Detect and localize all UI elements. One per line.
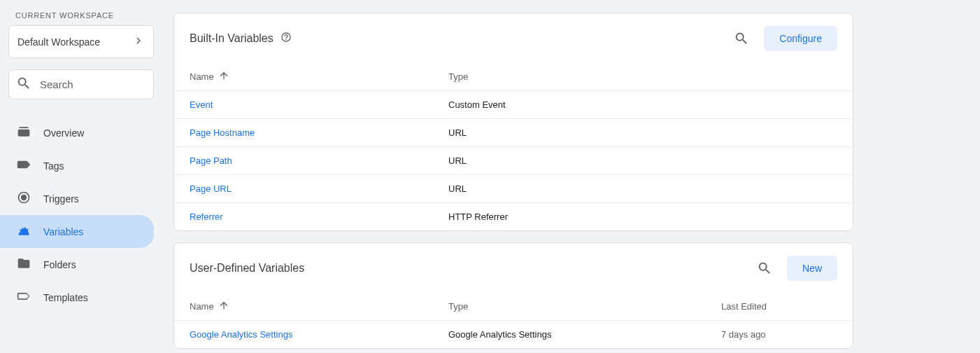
variable-name-link[interactable]: Page Hostname (190, 127, 255, 138)
table-row[interactable]: Page PathURL (174, 146, 853, 174)
variable-last-edited: 7 days ago (721, 329, 837, 340)
sidebar-item-label: Tags (43, 160, 64, 172)
variable-name-link[interactable]: Referrer (190, 212, 223, 222)
user-search-button[interactable] (751, 254, 779, 282)
builtin-col-name[interactable]: Name (190, 70, 448, 83)
variable-type: HTTP Referrer (448, 212, 721, 222)
sidebar-item-label: Variables (43, 226, 83, 237)
sidebar-item-label: Overview (43, 127, 84, 139)
variable-type: URL (448, 184, 721, 194)
sidebar-item-variables[interactable]: Variables (0, 215, 154, 248)
variable-name-link[interactable]: Page URL (190, 184, 232, 194)
user-table-head: Name Type Last Edited (174, 292, 853, 320)
sidebar-item-label: Templates (43, 292, 88, 303)
variable-type: URL (448, 127, 721, 138)
variables-icon (17, 223, 31, 240)
builtin-search-button[interactable] (727, 25, 755, 53)
user-col-type[interactable]: Type (448, 301, 721, 312)
search-input[interactable] (40, 78, 146, 90)
workspace-name: Default Workspace (17, 36, 100, 48)
table-row[interactable]: ReferrerHTTP Referrer (174, 202, 853, 230)
variable-name-link[interactable]: Event (190, 99, 213, 110)
configure-button[interactable]: Configure (764, 26, 837, 51)
table-row[interactable]: Page HostnameURL (174, 118, 853, 146)
user-title: User-Defined Variables (190, 262, 304, 275)
variable-name-link[interactable]: Page Path (190, 155, 232, 166)
user-variables-card: User-Defined Variables New Name Type (173, 242, 853, 349)
table-row[interactable]: Page URLURL (174, 174, 853, 202)
sidebar-item-tags[interactable]: Tags (0, 149, 154, 182)
sidebar-item-label: Folders (43, 259, 76, 270)
sidebar-item-label: Triggers (43, 193, 79, 205)
sidebar-item-overview[interactable]: Overview (0, 116, 154, 149)
sort-ascending-icon (218, 300, 229, 313)
builtin-title: Built-In Variables (190, 32, 274, 45)
variable-type: Custom Event (448, 99, 721, 110)
variable-name-link[interactable]: Google Analytics Settings (190, 329, 292, 340)
help-icon[interactable] (280, 32, 292, 46)
templates-icon (17, 289, 31, 305)
new-button[interactable]: New (787, 256, 837, 281)
search-icon (16, 76, 31, 93)
variable-type: URL (448, 155, 721, 166)
folders-icon (17, 256, 31, 272)
workspace-picker[interactable]: Default Workspace (8, 25, 154, 58)
overview-icon (17, 125, 31, 141)
chevron-right-icon (132, 34, 145, 49)
sidebar-item-templates[interactable]: Templates (0, 281, 154, 314)
user-col-edited[interactable]: Last Edited (721, 301, 837, 312)
builtin-col-type[interactable]: Type (448, 71, 721, 82)
triggers-icon (17, 191, 31, 207)
sidebar-item-triggers[interactable]: Triggers (0, 182, 154, 215)
table-row[interactable]: EventCustom Event (174, 90, 853, 118)
search-box[interactable] (8, 69, 154, 99)
variable-type: Google Analytics Settings (448, 329, 721, 340)
builtin-variables-card: Built-In Variables Configure Name (173, 13, 853, 231)
builtin-table-head: Name Type (174, 62, 853, 90)
sidebar-item-folders[interactable]: Folders (0, 248, 154, 281)
sort-ascending-icon (218, 70, 229, 83)
table-row[interactable]: Google Analytics SettingsGoogle Analytic… (174, 320, 853, 348)
user-col-name[interactable]: Name (190, 300, 448, 313)
workspace-section-label: CURRENT WORKSPACE (8, 11, 154, 20)
tags-icon (17, 158, 31, 174)
